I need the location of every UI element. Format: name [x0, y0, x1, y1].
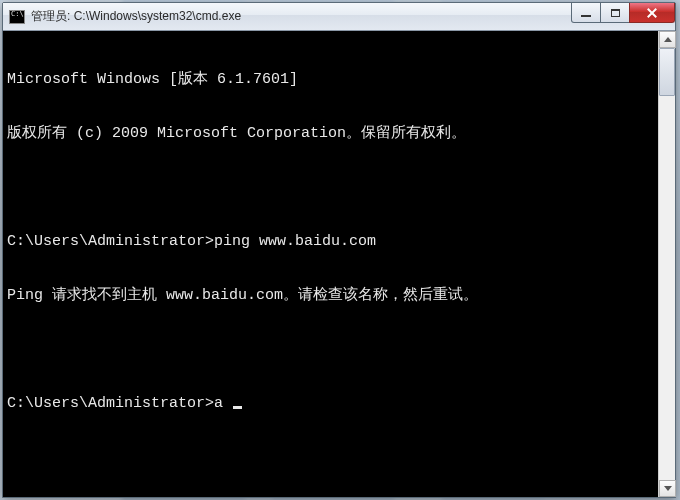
- cursor-icon: [233, 406, 242, 409]
- command-input[interactable]: a: [214, 395, 232, 413]
- window-controls: [572, 3, 675, 23]
- titlebar[interactable]: 管理员: C:\Windows\system32\cmd.exe: [3, 3, 675, 31]
- client-area: Microsoft Windows [版本 6.1.7601] 版权所有 (c)…: [3, 31, 675, 497]
- output-line: C:\Users\Administrator>ping www.baidu.co…: [7, 233, 654, 251]
- cmd-icon: [9, 10, 25, 24]
- scrollbar-thumb[interactable]: [659, 48, 675, 96]
- terminal-output[interactable]: Microsoft Windows [版本 6.1.7601] 版权所有 (c)…: [3, 31, 658, 497]
- output-line: [7, 179, 654, 197]
- maximize-icon: [611, 9, 620, 17]
- output-line: Microsoft Windows [版本 6.1.7601]: [7, 71, 654, 89]
- output-line: 版权所有 (c) 2009 Microsoft Corporation。保留所有…: [7, 125, 654, 143]
- scrollbar-track[interactable]: [659, 48, 675, 480]
- close-icon: [646, 7, 658, 19]
- minimize-icon: [581, 15, 591, 17]
- close-button[interactable]: [629, 3, 675, 23]
- output-line: [7, 341, 654, 359]
- scroll-up-button[interactable]: [659, 31, 676, 48]
- minimize-button[interactable]: [571, 3, 601, 23]
- prompt-line: C:\Users\Administrator>a: [7, 395, 654, 413]
- window-title: 管理员: C:\Windows\system32\cmd.exe: [31, 8, 241, 25]
- vertical-scrollbar[interactable]: [658, 31, 675, 497]
- cmd-window: 管理员: C:\Windows\system32\cmd.exe Microso…: [2, 2, 676, 498]
- chevron-down-icon: [664, 486, 672, 491]
- chevron-up-icon: [664, 37, 672, 42]
- scroll-down-button[interactable]: [659, 480, 676, 497]
- output-line: Ping 请求找不到主机 www.baidu.com。请检查该名称，然后重试。: [7, 287, 654, 305]
- prompt-text: C:\Users\Administrator>: [7, 395, 214, 413]
- maximize-button[interactable]: [600, 3, 630, 23]
